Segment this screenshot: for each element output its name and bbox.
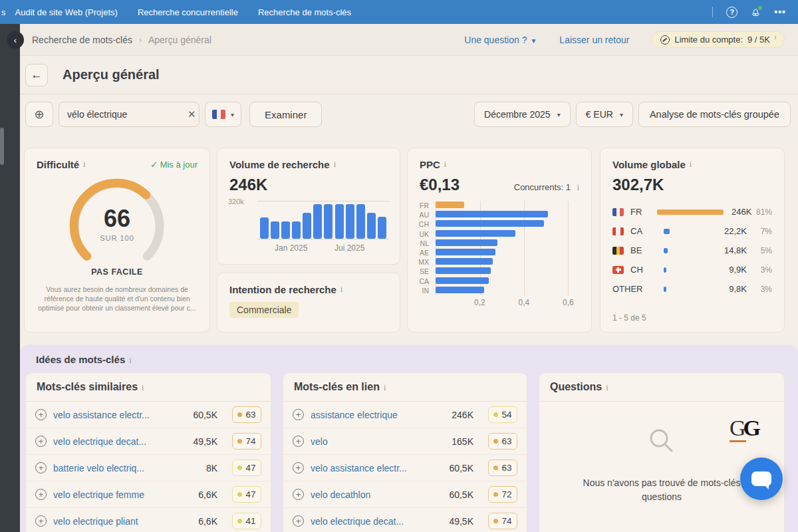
keyword-row[interactable]: +batterie velo electriq...8K47 (26, 455, 271, 481)
country-volume-row: FR246K81% (600, 202, 784, 221)
nav-item-competitor-research[interactable]: Recherche concurrentielle (138, 7, 238, 17)
difficulty-badge: 41 (232, 513, 261, 529)
add-keyword-icon[interactable]: + (35, 462, 47, 473)
examine-button[interactable]: Examiner (249, 102, 322, 127)
keyword-link[interactable]: velo electrique femme (53, 489, 176, 500)
x-tick-label: 0,6 (563, 298, 574, 307)
page-header: ← Aperçu général (20, 56, 798, 94)
difficulty-number: 63 (501, 463, 511, 473)
keyword-row[interactable]: +assistance electrique246K54 (283, 402, 527, 428)
search-volume-value: 246K (217, 170, 400, 194)
difficulty-gauge: 66 SUR 100 (59, 174, 176, 277)
bell-icon[interactable]: 🕭 (751, 7, 761, 17)
chevron-down-icon: ▼ (530, 37, 537, 45)
info-icon[interactable]: i (83, 160, 85, 170)
keyword-row[interactable]: +velo electrique femme6,6K47 (26, 481, 271, 508)
chevron-down-icon: ▾ (620, 111, 623, 118)
difficulty-card: Difficulté i ✓ Mis à jour 66 SUR 100 PAS… (24, 148, 210, 332)
keyword-link[interactable]: velo (311, 436, 432, 447)
add-keyword-icon[interactable]: + (293, 462, 304, 473)
question-dropdown[interactable]: Une question ?▼ (464, 35, 537, 45)
keyword-volume: 49,5K (176, 436, 217, 447)
keyword-row[interactable]: +velo electrique decat...49,5K74 (283, 508, 527, 532)
volume-bar (346, 204, 354, 239)
currency-select[interactable]: € EUR ▾ (576, 102, 633, 127)
info-icon[interactable]: i (606, 383, 608, 392)
info-icon[interactable]: i (334, 160, 336, 170)
currency-select-value: € EUR (586, 109, 613, 120)
info-icon[interactable]: i (444, 160, 446, 170)
help-icon[interactable]: ? (726, 7, 737, 18)
nav-item-keyword-research[interactable]: Recherche de mots-clés (258, 7, 351, 17)
fr-flag-icon (612, 208, 624, 216)
sidebar-scrollbar[interactable] (0, 128, 4, 165)
add-keyword-icon[interactable]: + (35, 409, 47, 420)
nav-item-truncated[interactable]: s (1, 7, 6, 17)
keyword-link[interactable]: batterie velo electriq... (53, 463, 176, 473)
country-volume-percent: 81% (751, 207, 772, 217)
info-icon[interactable]: i (690, 160, 692, 170)
info-icon[interactable]: i (577, 183, 579, 192)
keyword-link[interactable]: velo assistance electr... (53, 410, 176, 420)
grouped-analysis-button[interactable]: Analyse de mots-clés groupée (638, 102, 791, 127)
account-limit-badge[interactable]: Limite du compte: 9 / 5K i (652, 31, 785, 48)
country-volume-value: 9,9K (712, 265, 747, 275)
info-icon[interactable]: i (129, 356, 131, 365)
keyword-link[interactable]: velo electrique decat... (53, 436, 176, 447)
sidebar-collapse-button[interactable]: ‹ (7, 31, 24, 49)
difficulty-badge: 47 (232, 460, 261, 476)
info-icon[interactable]: i (142, 383, 144, 392)
breadcrumb-parent[interactable]: Recherche de mots-clés (32, 35, 132, 45)
add-keyword-icon[interactable]: + (293, 436, 304, 447)
keyword-row[interactable]: +velo electrique pliant6,6K41 (26, 508, 271, 532)
add-keyword-icon[interactable]: + (293, 489, 304, 500)
keyword-row[interactable]: +velo assistance electr...60,5K63 (283, 455, 527, 481)
keyword-link[interactable]: velo decathlon (311, 489, 432, 500)
country-label: BE (630, 245, 664, 255)
nav-item-site-audit[interactable]: Audit de site Web (Projets) (15, 7, 118, 17)
country-volume-row: CH9,9K3% (600, 260, 784, 279)
ppc-bar (436, 239, 497, 246)
add-keyword-icon[interactable]: + (293, 409, 304, 420)
date-select-value: Décembre 2025 (484, 109, 551, 120)
keyword-row[interactable]: +velo decathlon60,5K72 (283, 481, 527, 508)
chat-widget-button[interactable] (740, 458, 783, 500)
info-icon[interactable]: i (340, 285, 342, 295)
difficulty-title: Difficulté (37, 159, 79, 170)
keyword-link[interactable]: velo electrique decat... (311, 516, 432, 527)
keyword-link[interactable]: assistance electrique (311, 410, 432, 420)
volume-bar (271, 221, 279, 239)
keyword-row[interactable]: +velo electrique decat...49,5K74 (26, 428, 271, 455)
search-volume-card: Volume de recherche i 246K 320k Jan 2025… (217, 148, 400, 265)
global-volume-title: Volume globale (612, 159, 686, 170)
country-code-label: AE (412, 249, 433, 257)
keyword-link[interactable]: velo electrique pliant (53, 516, 176, 527)
add-keyword-icon[interactable]: + (35, 436, 47, 447)
keyword-row[interactable]: +velo165K63 (283, 428, 527, 455)
country-volume-percent: 5% (747, 246, 772, 255)
keyword-volume: 60,5K (176, 410, 217, 420)
add-keyword-icon[interactable]: + (35, 489, 47, 500)
date-select[interactable]: Décembre 2025 ▾ (474, 102, 571, 127)
more-menu-icon[interactable]: ••• (774, 7, 786, 17)
be-flag-icon (612, 247, 624, 255)
difficulty-number: 74 (245, 436, 255, 446)
ppc-chart: 0,20,40,6FRAUCHUKNLAEMXSECAIN (412, 201, 579, 307)
country-select[interactable]: ▾ (205, 102, 241, 127)
info-icon[interactable]: i (384, 383, 386, 392)
search-input[interactable] (67, 109, 188, 120)
add-keyword-button[interactable]: ⊕ (25, 102, 53, 127)
country-code-label: CH (412, 220, 433, 228)
add-keyword-icon[interactable]: + (293, 515, 304, 527)
feedback-link[interactable]: Laisser un retour (559, 35, 629, 45)
country-volume-bar (657, 209, 724, 215)
keyword-link[interactable]: velo assistance electr... (311, 463, 432, 473)
keyword-search-field[interactable]: ✕ (59, 102, 200, 127)
clear-search-icon[interactable]: ✕ (188, 108, 196, 120)
keyword-row[interactable]: +velo assistance electr...60,5K63 (26, 402, 271, 428)
keyword-volume: 60,5K (432, 489, 473, 500)
similar-keywords-table: Mots-clés similairesi +velo assistance e… (25, 372, 271, 532)
country-code-label: FR (412, 201, 433, 209)
add-keyword-icon[interactable]: + (35, 515, 47, 527)
back-button[interactable]: ← (25, 64, 48, 86)
